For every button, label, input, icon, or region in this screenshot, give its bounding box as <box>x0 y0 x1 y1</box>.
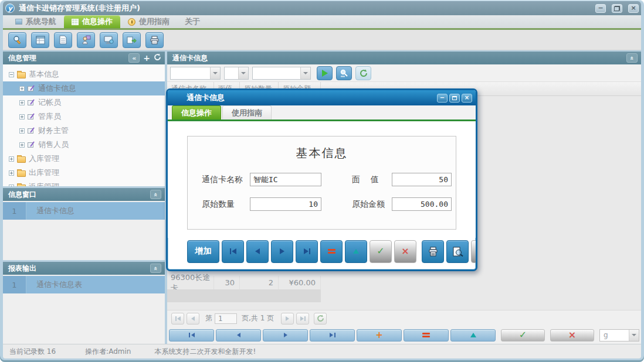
print-preview-button[interactable] <box>446 240 469 263</box>
last-record-button[interactable] <box>296 240 318 263</box>
next-record-button[interactable] <box>263 329 308 341</box>
tree-item-label: 财务主管 <box>38 125 69 136</box>
dialog-minimize-button[interactable]: − <box>437 94 448 103</box>
edit-record-button[interactable] <box>345 240 367 263</box>
system-nav-icon <box>15 19 22 25</box>
add-node-icon[interactable]: + <box>143 54 150 62</box>
user-tool-button[interactable] <box>77 32 95 48</box>
expand-node-icon[interactable] <box>19 142 25 148</box>
dialog-tabbar: 信息操作 使用指南 <box>168 105 476 121</box>
add-record-button[interactable]: + <box>357 329 402 341</box>
tree-item-inbound-mgmt[interactable]: 入库管理 <box>3 152 165 166</box>
last-page-button[interactable] <box>296 313 309 325</box>
print-button[interactable] <box>422 240 444 263</box>
cancel-button[interactable]: × <box>394 240 416 263</box>
minimize-button[interactable]: − <box>595 4 606 13</box>
tab-system-nav[interactable]: 系统导航 <box>8 15 64 28</box>
refresh-tree-icon[interactable] <box>154 53 161 63</box>
filter-operator-select[interactable] <box>224 67 249 80</box>
close-button[interactable]: × <box>628 4 639 13</box>
prev-record-button[interactable] <box>216 329 261 341</box>
original-amount-input[interactable] <box>392 197 452 211</box>
list-item[interactable]: 1 通信卡信息 <box>3 202 165 220</box>
tree-item-finance-director[interactable]: 财务主管 <box>3 124 165 138</box>
tab-info-operation[interactable]: 信息操作 <box>64 15 120 28</box>
confirm-button[interactable]: ✓ <box>501 329 545 341</box>
tree-item-return-mgmt[interactable]: 返库管理 <box>3 180 165 186</box>
monitor-tool-button[interactable] <box>100 32 118 48</box>
delete-record-button[interactable] <box>320 240 343 263</box>
reload-page-button[interactable] <box>314 313 327 325</box>
page-label: 第 <box>205 313 212 323</box>
collapse-panel-icon[interactable]: « <box>150 264 161 273</box>
expand-node-icon[interactable] <box>9 185 14 187</box>
export-tool-button[interactable] <box>123 32 141 48</box>
info-management-header: 信息管理 « + <box>3 52 165 64</box>
face-value-input[interactable] <box>392 173 452 186</box>
page-number-input[interactable] <box>215 313 237 324</box>
form-tool-button[interactable] <box>31 32 49 48</box>
delete-record-button[interactable] <box>404 329 449 341</box>
dialog-close-button[interactable]: × <box>462 94 472 103</box>
tree-item-card-info[interactable]: 通信卡信息 <box>3 81 165 95</box>
next-page-button[interactable] <box>281 313 294 325</box>
collapse-panel-icon[interactable]: « <box>626 53 638 63</box>
cancel-button[interactable]: × <box>550 329 594 341</box>
run-query-button[interactable] <box>317 66 333 80</box>
filter-field-select[interactable] <box>170 67 221 80</box>
dialog-title: 通信卡信息 <box>187 93 225 103</box>
tab-about[interactable]: 关于 <box>177 15 208 28</box>
restore-button[interactable] <box>612 4 622 13</box>
list-item[interactable]: 1 通信卡信息表 <box>3 276 165 293</box>
triangle-up-icon <box>470 333 476 337</box>
collapse-left-icon[interactable]: « <box>128 53 140 63</box>
document-tool-button[interactable] <box>54 32 72 48</box>
search-button[interactable] <box>336 66 352 80</box>
expand-node-icon[interactable] <box>19 114 25 119</box>
table-row[interactable]: 96300长途卡 30 2 ¥60.00 <box>167 276 641 289</box>
tree-item-sales-staff[interactable]: 销售人员 <box>3 138 165 152</box>
tree-item-bookkeeper[interactable]: 记帐员 <box>3 95 165 110</box>
dialog-tab-user-guide[interactable]: 使用指南 <box>222 105 272 119</box>
first-page-button[interactable] <box>171 313 184 325</box>
expand-node-icon[interactable] <box>9 170 14 176</box>
magnifier-icon <box>340 69 349 77</box>
filter-value-select[interactable] <box>252 67 311 80</box>
printer-tool-button[interactable] <box>145 32 164 48</box>
status-message: 本系统支持二次开发和全新开发! <box>154 347 256 357</box>
collapse-node-icon[interactable] <box>9 72 14 77</box>
edit-record-button[interactable] <box>450 329 496 341</box>
dialog-titlebar[interactable]: 通信卡信息 − × <box>168 90 476 105</box>
status-bar: 当前记录数 16 操作者:Admin 本系统支持二次开发和全新开发! <box>3 344 641 358</box>
refresh-button[interactable] <box>355 66 371 80</box>
expand-node-icon[interactable] <box>19 86 25 91</box>
original-qty-input[interactable] <box>250 197 321 211</box>
tree-item-outbound-mgmt[interactable]: 出库管理 <box>3 166 165 180</box>
save-button[interactable]: ✓ <box>370 240 392 263</box>
first-record-button[interactable] <box>222 240 244 263</box>
nav-tree: 基本信息 通信卡信息 记帐员 管库员 <box>3 64 165 186</box>
tree-item-warehouse-keeper[interactable]: 管库员 <box>3 110 165 124</box>
collapse-panel-icon[interactable]: « <box>150 190 161 199</box>
last-record-button[interactable] <box>310 329 355 341</box>
dialog-tab-info-operation[interactable]: 信息操作 <box>172 105 221 119</box>
card-name-input[interactable] <box>250 173 321 186</box>
dialog-maximize-button[interactable] <box>449 94 460 103</box>
search-tool-button[interactable] <box>8 32 26 48</box>
first-record-button[interactable] <box>169 329 214 341</box>
chevron-down-icon <box>210 67 220 79</box>
tab-user-guide[interactable]: 使用指南 <box>120 15 177 28</box>
execute-button[interactable] <box>471 240 477 263</box>
tree-item-basic-info[interactable]: 基本信息 <box>3 67 165 81</box>
expand-node-icon[interactable] <box>9 156 14 162</box>
prev-record-button[interactable] <box>246 240 269 263</box>
prev-page-button[interactable] <box>187 313 199 325</box>
expand-node-icon[interactable] <box>19 128 25 134</box>
footer-dropdown[interactable]: g <box>599 329 639 341</box>
folder-icon <box>17 185 26 187</box>
main-panel-header: 通信卡信息 « <box>167 52 641 64</box>
add-button[interactable]: 增加 <box>187 240 219 263</box>
next-record-button[interactable] <box>271 240 293 263</box>
expand-node-icon[interactable] <box>19 100 25 105</box>
selected-empty-row[interactable] <box>167 289 321 302</box>
